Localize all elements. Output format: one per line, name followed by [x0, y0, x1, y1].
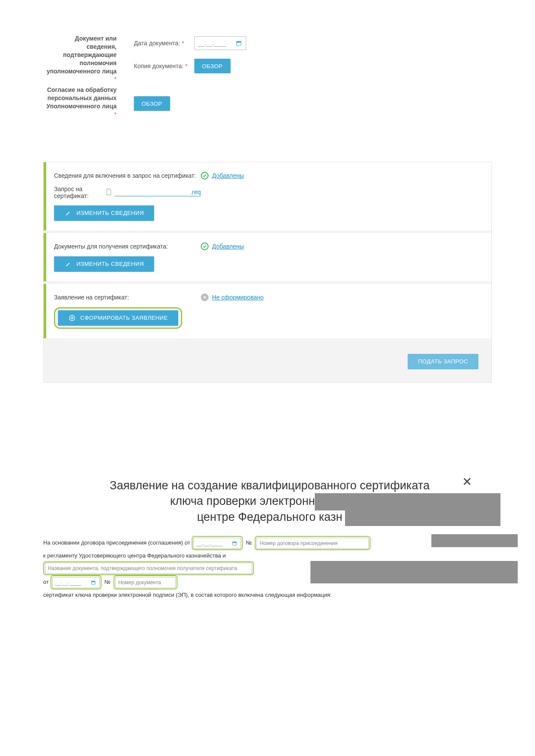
doc-name-input[interactable]: Название документа, подтверждающего полн… — [45, 563, 252, 574]
statement-modal: ✕ Заявление на создание квалифицированно… — [0, 478, 535, 627]
redaction-block — [431, 534, 518, 547]
svg-rect-1 — [237, 41, 241, 43]
label-consent: Согласие на обработку персональных данны… — [43, 86, 121, 119]
block-cert-docs: Документы для получения сертификата: Доб… — [44, 233, 491, 281]
block-cert-info: Сведения для включения в запрос на серти… — [44, 162, 491, 230]
pencil-icon — [64, 209, 72, 217]
modal-title: Заявление на создание квалифицированного… — [65, 478, 475, 525]
calendar-icon — [235, 40, 242, 47]
doc-date-input[interactable]: __.__.____ — [194, 36, 246, 50]
x-icon — [201, 293, 209, 301]
modal-text: к регламенту Удостоверяющего центра Феде… — [43, 552, 226, 559]
modal-text: от — [43, 579, 49, 585]
edit-info-button-2[interactable]: ИЗМЕНИТЬ СВЕДЕНИЯ — [54, 256, 154, 272]
doc-date-input-modal[interactable]: __.__.____ — [52, 577, 100, 588]
redaction-block — [315, 493, 500, 510]
label-doc-date: Дата документа: * — [134, 40, 194, 47]
highlight-doc-date: __.__.____ — [51, 575, 101, 589]
redaction-block — [310, 561, 518, 583]
status-added-link-2[interactable]: Добавлены — [212, 243, 244, 250]
plus-circle-icon — [68, 314, 76, 322]
contract-date-input[interactable]: __.__.____ — [193, 538, 241, 549]
req-file-link[interactable]: .req — [114, 189, 201, 196]
doc-number-input[interactable]: Номер документа — [115, 577, 176, 588]
pencil-icon — [64, 260, 72, 268]
edit-info-button-1[interactable]: ИЗМЕНИТЬ СВЕДЕНИЯ — [54, 205, 154, 221]
row-consent: Согласие на обработку персональных данны… — [43, 86, 492, 119]
contract-number-input[interactable]: Номер договора присоединения — [256, 538, 369, 549]
label-cert-info: Сведения для включения в запрос на серти… — [54, 172, 201, 179]
svg-rect-4 — [233, 542, 237, 543]
form-statement-button[interactable]: СФОРМИРОВАТЬ ЗАЯВЛЕНИЕ — [58, 310, 178, 326]
file-icon — [106, 189, 112, 196]
modal-text: На основании договора присоединения (сог… — [43, 539, 190, 546]
redaction-block — [345, 510, 500, 526]
calendar-icon — [90, 579, 97, 586]
check-icon — [201, 243, 209, 250]
label-doc-copy: Копия документа: * — [134, 63, 194, 69]
row-authority-doc: Документ или сведения, подтверждающие по… — [43, 35, 492, 83]
block-cert-statement: Заявление на сертификат: Не сформировано… — [44, 284, 491, 338]
highlight-doc-name: Название документа, подтверждающего полн… — [43, 561, 254, 576]
highlight-contract-number: Номер договора присоединения — [255, 536, 370, 550]
submit-request-button[interactable]: ПОДАТЬ ЗАПРОС — [408, 354, 478, 369]
calendar-icon — [231, 540, 238, 547]
check-icon — [201, 172, 209, 180]
browse-doc-copy-button[interactable]: ОБЗОР — [194, 59, 231, 73]
request-status-panel: Сведения для включения в запрос на серти… — [43, 162, 492, 383]
label-cert-docs: Документы для получения сертификата: — [54, 243, 201, 250]
modal-body: На основании договора присоединения (сог… — [43, 536, 492, 601]
label-cert-request: Запрос на сертификат: — [54, 186, 102, 199]
status-not-formed-link[interactable]: Не сформировано — [212, 294, 263, 301]
browse-consent-button[interactable]: ОБЗОР — [134, 96, 170, 111]
status-added-link-1[interactable]: Добавлены — [212, 172, 244, 179]
label-authority-doc: Документ или сведения, подтверждающие по… — [43, 35, 121, 83]
svg-rect-6 — [91, 581, 95, 582]
modal-text: сертификат ключа проверки электронной по… — [43, 592, 332, 598]
highlight-contract-date: __.__.____ — [192, 536, 243, 550]
highlight-doc-number: Номер документа — [114, 575, 177, 589]
label-cert-statement: Заявление на сертификат: — [54, 294, 201, 301]
highlight-form-statement: СФОРМИРОВАТЬ ЗАЯВЛЕНИЕ — [54, 307, 182, 329]
